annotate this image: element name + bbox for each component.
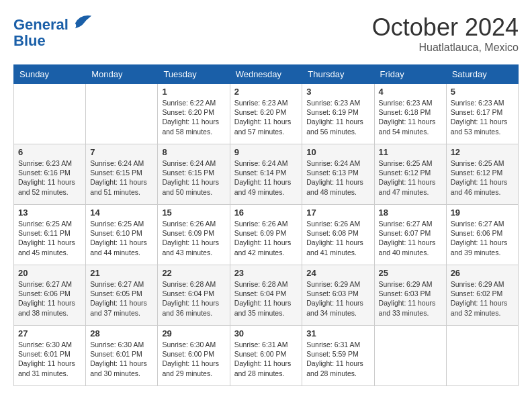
calendar-cell: 5Sunrise: 6:23 AM Sunset: 6:17 PM Daylig…	[446, 84, 518, 144]
calendar-cell: 17Sunrise: 6:26 AM Sunset: 6:08 PM Dayli…	[302, 205, 374, 265]
header-monday: Monday	[86, 65, 158, 84]
day-number: 14	[90, 208, 153, 218]
calendar-cell: 6Sunrise: 6:23 AM Sunset: 6:16 PM Daylig…	[14, 144, 86, 205]
calendar-cell: 25Sunrise: 6:29 AM Sunset: 6:03 PM Dayli…	[374, 265, 446, 326]
day-info: Sunrise: 6:28 AM Sunset: 6:04 PM Dayligh…	[162, 279, 225, 318]
day-info: Sunrise: 6:27 AM Sunset: 6:06 PM Dayligh…	[451, 219, 514, 257]
day-number: 1	[162, 87, 225, 97]
calendar-cell: 12Sunrise: 6:25 AM Sunset: 6:12 PM Dayli…	[446, 144, 518, 205]
header-sunday: Sunday	[14, 65, 86, 84]
day-info: Sunrise: 6:27 AM Sunset: 6:05 PM Dayligh…	[90, 279, 153, 318]
calendar-cell: 4Sunrise: 6:23 AM Sunset: 6:18 PM Daylig…	[374, 84, 446, 144]
day-info: Sunrise: 6:25 AM Sunset: 6:12 PM Dayligh…	[451, 158, 514, 197]
day-number: 3	[306, 87, 369, 97]
day-number: 22	[162, 268, 225, 278]
logo: General Blue	[13, 13, 93, 49]
header-tuesday: Tuesday	[158, 65, 230, 84]
calendar-cell: 1Sunrise: 6:22 AM Sunset: 6:20 PM Daylig…	[158, 84, 230, 144]
header-wednesday: Wednesday	[230, 65, 302, 84]
day-info: Sunrise: 6:23 AM Sunset: 6:16 PM Dayligh…	[18, 158, 81, 197]
day-info: Sunrise: 6:24 AM Sunset: 6:13 PM Dayligh…	[306, 158, 369, 197]
calendar-cell: 30Sunrise: 6:31 AM Sunset: 6:00 PM Dayli…	[230, 326, 302, 386]
day-number: 18	[379, 208, 442, 218]
day-number: 13	[18, 208, 81, 218]
week-row-5: 27Sunrise: 6:30 AM Sunset: 6:01 PM Dayli…	[14, 326, 519, 386]
day-info: Sunrise: 6:30 AM Sunset: 6:01 PM Dayligh…	[90, 340, 153, 378]
day-number: 21	[90, 268, 153, 278]
calendar-cell: 27Sunrise: 6:30 AM Sunset: 6:01 PM Dayli…	[14, 326, 86, 386]
day-info: Sunrise: 6:23 AM Sunset: 6:19 PM Dayligh…	[306, 98, 369, 136]
day-number: 15	[162, 208, 225, 218]
day-info: Sunrise: 6:28 AM Sunset: 6:04 PM Dayligh…	[234, 279, 298, 318]
day-info: Sunrise: 6:25 AM Sunset: 6:10 PM Dayligh…	[90, 219, 153, 257]
calendar-cell	[14, 84, 86, 144]
calendar-cell: 9Sunrise: 6:24 AM Sunset: 6:14 PM Daylig…	[230, 144, 302, 205]
calendar-table: SundayMondayTuesdayWednesdayThursdayFrid…	[13, 64, 519, 386]
calendar-cell: 3Sunrise: 6:23 AM Sunset: 6:19 PM Daylig…	[302, 84, 374, 144]
day-info: Sunrise: 6:23 AM Sunset: 6:18 PM Dayligh…	[379, 98, 442, 136]
header-friday: Friday	[374, 65, 446, 84]
day-info: Sunrise: 6:27 AM Sunset: 6:07 PM Dayligh…	[379, 219, 442, 257]
calendar-cell: 8Sunrise: 6:24 AM Sunset: 6:15 PM Daylig…	[158, 144, 230, 205]
day-number: 27	[18, 328, 81, 338]
day-info: Sunrise: 6:31 AM Sunset: 6:00 PM Dayligh…	[234, 340, 298, 378]
calendar-cell: 15Sunrise: 6:26 AM Sunset: 6:09 PM Dayli…	[158, 205, 230, 265]
day-number: 24	[306, 268, 369, 278]
day-number: 5	[451, 87, 514, 97]
day-number: 23	[234, 268, 298, 278]
day-info: Sunrise: 6:31 AM Sunset: 5:59 PM Dayligh…	[306, 340, 369, 378]
calendar-cell: 24Sunrise: 6:29 AM Sunset: 6:03 PM Dayli…	[302, 265, 374, 326]
calendar-cell	[374, 326, 446, 386]
day-info: Sunrise: 6:24 AM Sunset: 6:15 PM Dayligh…	[90, 158, 153, 197]
week-row-1: 1Sunrise: 6:22 AM Sunset: 6:20 PM Daylig…	[14, 84, 519, 144]
calendar-cell: 13Sunrise: 6:25 AM Sunset: 6:11 PM Dayli…	[14, 205, 86, 265]
calendar-cell: 31Sunrise: 6:31 AM Sunset: 5:59 PM Dayli…	[302, 326, 374, 386]
day-number: 7	[90, 147, 153, 157]
day-info: Sunrise: 6:24 AM Sunset: 6:14 PM Dayligh…	[234, 158, 298, 197]
day-number: 20	[18, 268, 81, 278]
calendar-cell: 29Sunrise: 6:30 AM Sunset: 6:00 PM Dayli…	[158, 326, 230, 386]
day-number: 30	[234, 328, 298, 338]
calendar-header-row: SundayMondayTuesdayWednesdayThursdayFrid…	[14, 65, 519, 84]
page-header: General Blue October 2024 Huatlatlauca, …	[13, 13, 519, 54]
day-number: 11	[379, 147, 442, 157]
day-info: Sunrise: 6:29 AM Sunset: 6:02 PM Dayligh…	[451, 279, 514, 318]
week-row-4: 20Sunrise: 6:27 AM Sunset: 6:06 PM Dayli…	[14, 265, 519, 326]
day-number: 25	[379, 268, 442, 278]
calendar-cell: 18Sunrise: 6:27 AM Sunset: 6:07 PM Dayli…	[374, 205, 446, 265]
day-info: Sunrise: 6:24 AM Sunset: 6:15 PM Dayligh…	[162, 158, 225, 197]
day-number: 31	[306, 328, 369, 338]
calendar-cell: 16Sunrise: 6:26 AM Sunset: 6:09 PM Dayli…	[230, 205, 302, 265]
calendar-cell	[86, 84, 158, 144]
day-info: Sunrise: 6:25 AM Sunset: 6:11 PM Dayligh…	[18, 219, 81, 257]
day-info: Sunrise: 6:26 AM Sunset: 6:09 PM Dayligh…	[162, 219, 225, 257]
day-number: 6	[18, 147, 81, 157]
calendar-cell: 7Sunrise: 6:24 AM Sunset: 6:15 PM Daylig…	[86, 144, 158, 205]
day-number: 26	[451, 268, 514, 278]
title-block: October 2024 Huatlatlauca, Mexico	[372, 13, 519, 54]
day-info: Sunrise: 6:23 AM Sunset: 6:17 PM Dayligh…	[451, 98, 514, 136]
calendar-cell: 22Sunrise: 6:28 AM Sunset: 6:04 PM Dayli…	[158, 265, 230, 326]
day-info: Sunrise: 6:22 AM Sunset: 6:20 PM Dayligh…	[162, 98, 225, 136]
day-number: 8	[162, 147, 225, 157]
day-info: Sunrise: 6:26 AM Sunset: 6:08 PM Dayligh…	[306, 219, 369, 257]
logo-blue: Blue	[13, 32, 46, 49]
day-info: Sunrise: 6:29 AM Sunset: 6:03 PM Dayligh…	[379, 279, 442, 318]
calendar-cell: 20Sunrise: 6:27 AM Sunset: 6:06 PM Dayli…	[14, 265, 86, 326]
day-info: Sunrise: 6:27 AM Sunset: 6:06 PM Dayligh…	[18, 279, 81, 318]
header-thursday: Thursday	[302, 65, 374, 84]
week-row-2: 6Sunrise: 6:23 AM Sunset: 6:16 PM Daylig…	[14, 144, 519, 205]
week-row-3: 13Sunrise: 6:25 AM Sunset: 6:11 PM Dayli…	[14, 205, 519, 265]
day-number: 10	[306, 147, 369, 157]
day-info: Sunrise: 6:29 AM Sunset: 6:03 PM Dayligh…	[306, 279, 369, 318]
calendar-cell: 23Sunrise: 6:28 AM Sunset: 6:04 PM Dayli…	[230, 265, 302, 326]
day-info: Sunrise: 6:25 AM Sunset: 6:12 PM Dayligh…	[379, 158, 442, 197]
day-number: 4	[379, 87, 442, 97]
calendar-cell	[446, 326, 518, 386]
calendar-cell: 19Sunrise: 6:27 AM Sunset: 6:06 PM Dayli…	[446, 205, 518, 265]
day-info: Sunrise: 6:30 AM Sunset: 6:00 PM Dayligh…	[162, 340, 225, 378]
calendar-cell: 26Sunrise: 6:29 AM Sunset: 6:02 PM Dayli…	[446, 265, 518, 326]
day-number: 28	[90, 328, 153, 338]
day-info: Sunrise: 6:23 AM Sunset: 6:20 PM Dayligh…	[234, 98, 298, 136]
day-number: 2	[234, 87, 298, 97]
